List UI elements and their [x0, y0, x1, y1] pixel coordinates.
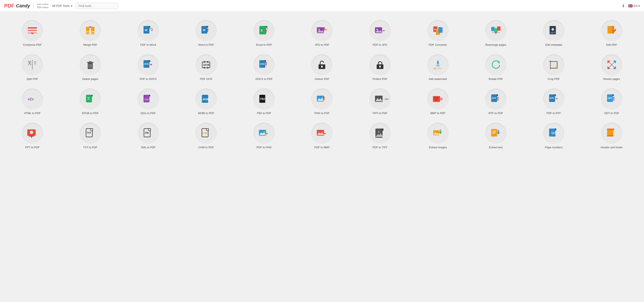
tool-icon-bmp-to-pdf	[428, 88, 448, 109]
tool-label-pdf-to-png: PDF to PNG	[256, 146, 272, 149]
tool-item-pdf-to-tiff[interactable]: PDF to TIFF	[351, 118, 409, 153]
svg-rect-121	[440, 98, 442, 100]
tool-item-rtf-to-pdf[interactable]: RTFRTF to PDF	[467, 84, 525, 118]
tool-icon-delete-pages	[80, 54, 101, 75]
tool-item-mobi-to-pdf[interactable]: MOBIMOBI to PDF	[177, 84, 235, 118]
svg-rect-118	[434, 97, 436, 99]
tool-item-delete-pages[interactable]: Delete pages	[61, 50, 119, 84]
tools-grid: Compress PDFMerge PDFWPDF to WordWWord t…	[0, 12, 644, 157]
tool-label-djvu-to-pdf: DjVu to PDF	[140, 112, 156, 115]
svg-text:RTF: RTF	[492, 97, 496, 99]
tool-item-unlock-pdf[interactable]: Unlock PDF	[293, 50, 351, 84]
svg-rect-135	[613, 98, 614, 101]
tool-item-merge-pdf[interactable]: Merge PDF	[61, 16, 119, 50]
tool-item-xml-to-pdf[interactable]: XMLXML to PDF	[119, 118, 177, 153]
tool-item-pdf-to-rtf[interactable]: RTFPDF to RTF	[525, 84, 583, 118]
tool-item-extract-images[interactable]: Extract images	[409, 118, 467, 153]
tool-label-pdf-ocr: PDF OCR	[200, 77, 212, 81]
tool-icon-fb2-to-pdf: FB2	[254, 88, 274, 109]
tool-item-fb2-to-pdf[interactable]: FB2FB2 to PDF	[235, 84, 293, 118]
all-pdf-tools-button[interactable]: All PDF Tools ▾	[52, 4, 72, 7]
svg-text:X: X	[260, 65, 262, 67]
tool-item-bmp-to-pdf[interactable]: BMP to PDF	[409, 84, 467, 118]
svg-point-158	[378, 131, 380, 133]
tool-item-docx-to-pdf[interactable]: DOCXDOCX to PDF	[235, 50, 293, 84]
svg-rect-5	[86, 31, 90, 34]
tool-item-edit-metadata[interactable]: iEdit metadata	[525, 16, 583, 50]
tool-label-split-pdf: Split PDF	[27, 77, 38, 81]
tool-icon-docx-to-pdf: DOCX	[254, 54, 274, 75]
flag-icon: 🇬🇧	[628, 3, 633, 8]
tool-label-pdf-to-docx: PDF to DOCX	[140, 77, 157, 81]
svg-text:X: X	[260, 29, 263, 32]
tool-item-rearrange-pages[interactable]: Rearrange pages	[467, 16, 525, 50]
tool-item-pdf-converter[interactable]: PDFPDF Converter	[409, 16, 467, 50]
svg-rect-80	[322, 66, 322, 68]
tool-item-png-to-pdf[interactable]: PNG to PDF	[293, 84, 351, 118]
header-right: ⬇ 🇬🇧 EN ▾	[622, 3, 640, 8]
tool-item-ppt-to-pdf[interactable]: PPT to PDF	[3, 118, 61, 153]
tool-item-word-to-pdf[interactable]: WWord to PDF	[177, 16, 235, 50]
tool-item-pdf-to-word[interactable]: WPDF to Word	[119, 16, 177, 50]
svg-text:DjVu: DjVu	[144, 98, 149, 101]
tool-item-html-to-pdf[interactable]: </>HTML to PDF	[3, 84, 61, 118]
logo-divider	[33, 2, 34, 10]
tool-item-pdf-ocr[interactable]: OCRPDF OCR	[177, 50, 235, 84]
svg-text:W: W	[145, 28, 148, 32]
lang-chevron-icon: ▾	[638, 4, 640, 7]
svg-rect-69	[204, 67, 205, 69]
svg-rect-12	[150, 28, 153, 29]
download-icon[interactable]: ⬇	[622, 3, 625, 8]
svg-rect-67	[204, 61, 205, 63]
tool-item-crop-pdf[interactable]: Crop PDF	[525, 50, 583, 84]
svg-text:TXT: TXT	[87, 131, 91, 134]
svg-rect-70	[207, 67, 208, 69]
tool-icon-unlock-pdf	[312, 54, 332, 75]
tool-item-extract-text[interactable]: Extract text	[467, 118, 525, 153]
tool-item-rotate-pdf[interactable]: Rotate PDF	[467, 50, 525, 84]
tool-item-pdf-to-png[interactable]: PDF to PNG	[235, 118, 293, 153]
tool-item-jpg-to-pdf[interactable]: JPG to PDF	[293, 16, 351, 50]
tool-icon-merge-pdf	[80, 20, 101, 41]
tool-icon-jpg-to-pdf	[312, 20, 332, 41]
tool-label-mobi-to-pdf: MOBI to PDF	[198, 112, 214, 115]
tool-item-protect-pdf[interactable]: Protect PDF	[351, 50, 409, 84]
tool-item-edit-pdf[interactable]: Edit PDF	[583, 16, 641, 50]
tool-label-rtf-to-pdf: RTF to PDF	[488, 112, 503, 115]
tool-item-pdf-to-bmp[interactable]: PDF to BMP	[293, 118, 351, 153]
logo[interactable]: PDFCandy free online PDF editor	[4, 2, 49, 10]
search-input[interactable]	[76, 3, 118, 9]
tool-item-odt-to-pdf[interactable]: ODTODT to PDF	[583, 84, 641, 118]
svg-rect-138	[31, 137, 32, 138]
tool-item-add-watermark[interactable]: WMRKAdd watermark	[409, 50, 467, 84]
svg-point-84	[436, 65, 440, 67]
tool-item-page-numbers[interactable]: 123Page numbers	[525, 118, 583, 153]
svg-marker-65	[150, 64, 152, 66]
svg-marker-141	[91, 129, 93, 131]
tool-item-chm-to-pdf[interactable]: CHMCHM to PDF	[177, 118, 235, 153]
tool-item-djvu-to-pdf[interactable]: DjVuDjVu to PDF	[119, 84, 177, 118]
tool-icon-rtf-to-pdf: RTF	[485, 88, 506, 109]
language-button[interactable]: 🇬🇧 EN ▾	[628, 3, 640, 8]
tool-icon-pdf-to-rtf: RTF	[543, 88, 564, 109]
tool-item-tiff-to-pdf[interactable]: →PDFTIFF to PDF	[351, 84, 409, 118]
tool-label-tiff-to-pdf: TIFF to PDF	[372, 112, 388, 115]
tool-item-excel-to-pdf[interactable]: XExcel to PDF	[235, 16, 293, 50]
svg-rect-113	[324, 97, 324, 100]
svg-rect-39	[491, 27, 494, 31]
tool-item-epub-to-pdf[interactable]: EPUB to PDF	[61, 84, 119, 118]
tool-item-split-pdf[interactable]: Split PDF	[3, 50, 61, 84]
svg-text:123: 123	[551, 131, 556, 135]
svg-marker-130	[556, 98, 558, 99]
tool-item-pdf-to-docx[interactable]: DOCXPDF to DOCX	[119, 50, 177, 84]
tool-icon-pdf-to-docx: DOCX	[138, 54, 159, 75]
tool-label-pdf-to-jpg: PDF to JPG	[373, 43, 387, 47]
tool-item-header-footer[interactable]: Header and footer	[583, 118, 641, 153]
tool-label-fb2-to-pdf: FB2 to PDF	[257, 112, 271, 115]
tool-item-resize-pages[interactable]: Resize pages	[583, 50, 641, 84]
tool-item-pdf-to-jpg[interactable]: PDF to JPG	[351, 16, 409, 50]
tool-item-compress-pdf[interactable]: Compress PDF	[3, 16, 61, 50]
svg-text:FB2: FB2	[260, 97, 265, 100]
tool-item-txt-to-pdf[interactable]: TXTTXT to PDF	[61, 118, 119, 153]
tool-label-excel-to-pdf: Excel to PDF	[256, 43, 272, 47]
